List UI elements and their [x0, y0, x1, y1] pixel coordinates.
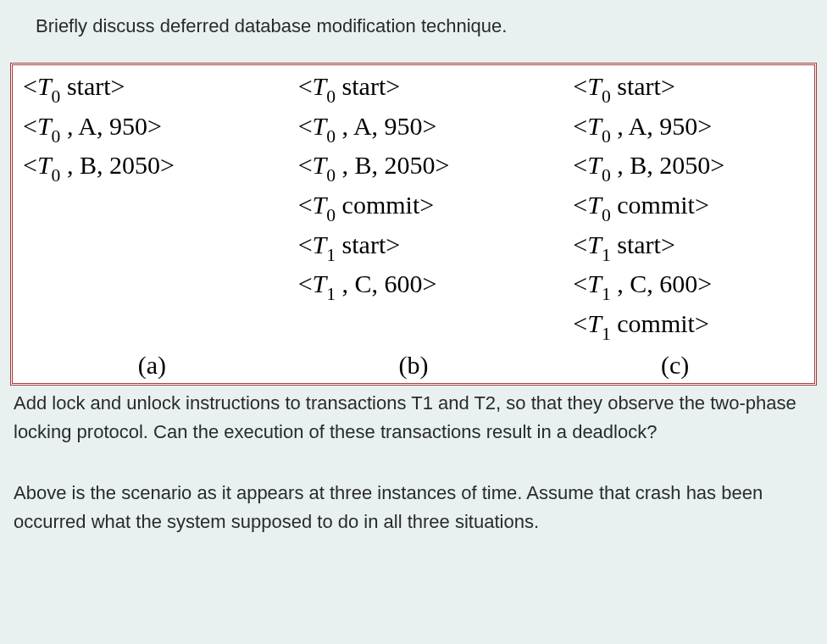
- log-label-a: (a): [21, 351, 283, 380]
- log-labels: (a) (b) (c): [21, 351, 806, 380]
- log-entry: <T0 start>: [573, 69, 806, 108]
- log-entry: <T0 start>: [23, 69, 256, 108]
- paragraph-1-text: Add lock and unlock instructions to tran…: [14, 392, 796, 442]
- log-entry: <T0 , B, 2050>: [23, 147, 256, 187]
- log-entry: <T0 commit>: [298, 187, 531, 227]
- paragraph-2-text: Above is the scenario as it appears at t…: [14, 482, 763, 532]
- log-entry: <T0 , A, 950>: [573, 108, 806, 148]
- paragraph-1: Add lock and unlock instructions to tran…: [0, 386, 827, 447]
- log-column-b: <T0 start><T0 , A, 950><T0 , B, 2050><T0…: [264, 69, 531, 346]
- paragraph-2: Above is the scenario as it appears at t…: [0, 447, 827, 536]
- log-entry: <T0 , A, 950>: [23, 108, 256, 148]
- question-text: Briefly discuss deferred database modifi…: [36, 15, 507, 36]
- log-entry: <T0 , B, 2050>: [573, 147, 806, 187]
- log-table: <T0 start><T0 , A, 950><T0 , B, 2050> <T…: [10, 63, 817, 386]
- log-column-a: <T0 start><T0 , A, 950><T0 , B, 2050>: [21, 69, 256, 346]
- log-entry: <T1 , C, 600>: [573, 266, 806, 306]
- log-entry: <T1 , C, 600>: [298, 266, 531, 306]
- log-entry: <T1 commit>: [573, 306, 806, 346]
- log-entry: <T0 , A, 950>: [298, 108, 531, 148]
- log-label-c: (c): [544, 351, 806, 380]
- log-label-b: (b): [283, 351, 545, 380]
- log-entry: <T1 start>: [573, 227, 806, 267]
- log-entry: <T1 start>: [298, 227, 531, 267]
- log-table-wrapper: <T0 start><T0 , A, 950><T0 , B, 2050> <T…: [10, 63, 817, 386]
- log-entry: <T0 start>: [298, 69, 531, 108]
- log-column-c: <T0 start><T0 , A, 950><T0 , B, 2050><T0…: [539, 69, 806, 346]
- log-entry: <T0 , B, 2050>: [298, 147, 531, 187]
- log-entry: <T0 commit>: [573, 187, 806, 227]
- question-header: Briefly discuss deferred database modifi…: [0, 0, 827, 63]
- log-columns: <T0 start><T0 , A, 950><T0 , B, 2050> <T…: [21, 69, 806, 346]
